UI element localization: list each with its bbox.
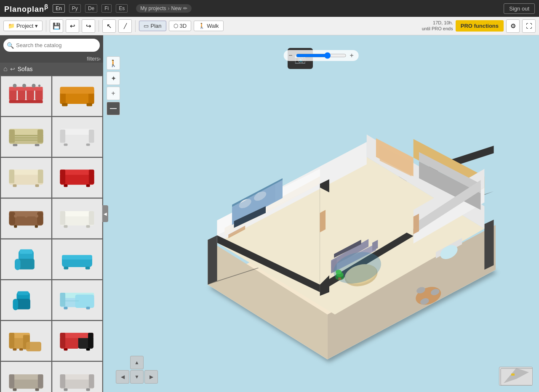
svg-rect-140 xyxy=(338,278,341,280)
svg-rect-55 xyxy=(89,211,94,225)
catalog-item-4[interactable] xyxy=(52,117,103,157)
nav-down-btn[interactable]: ▼ xyxy=(130,370,144,384)
walk-view-btn[interactable]: 🚶 Walk xyxy=(194,21,223,31)
catalog-item-12[interactable] xyxy=(52,280,103,320)
search-input[interactable] xyxy=(3,39,100,52)
minus-icon: — xyxy=(110,105,117,112)
catalog-item-1[interactable] xyxy=(1,76,51,116)
person-view-btn[interactable]: 🚶 xyxy=(107,56,120,70)
svg-rect-56 xyxy=(64,225,68,228)
svg-rect-87 xyxy=(60,333,66,348)
lang-fi-btn[interactable]: Fi xyxy=(101,4,112,13)
save-icon: 💾 xyxy=(53,22,61,30)
cube-icon: ⬡ xyxy=(173,23,178,29)
svg-point-7 xyxy=(22,84,26,87)
new-project-btn[interactable]: New ✏ xyxy=(171,5,187,11)
back-icon: ↩ xyxy=(10,66,15,72)
zoom-slider[interactable] xyxy=(296,52,347,59)
svg-rect-74 xyxy=(64,307,68,309)
catalog-item-7[interactable] xyxy=(1,199,51,238)
svg-rect-13 xyxy=(60,87,94,93)
svg-rect-24 xyxy=(35,144,39,146)
save-btn[interactable]: 💾 xyxy=(50,19,63,33)
sidebar: 🔍 filters› ⌂ ↩ Sofas xyxy=(0,35,103,392)
svg-rect-54 xyxy=(60,211,66,225)
svg-rect-68 xyxy=(13,299,18,310)
back-btn[interactable]: ↩ xyxy=(10,66,15,72)
catalog-item-6[interactable] xyxy=(52,158,103,198)
dropdown-icon: ▾ xyxy=(35,23,38,29)
project-menu-btn[interactable]: 📁 Project ▾ xyxy=(3,21,43,31)
catalog-item-13[interactable] xyxy=(1,321,51,361)
compass-icon: ✦ xyxy=(111,74,116,82)
svg-point-9 xyxy=(38,85,40,87)
project-label: Project xyxy=(16,23,33,29)
cursor-icon: ↖ xyxy=(107,22,112,30)
walk-icon: 🚶 xyxy=(198,23,205,29)
lang-ru-btn[interactable]: Ру xyxy=(69,4,81,13)
svg-rect-96 xyxy=(35,388,39,391)
lang-es-btn[interactable]: Es xyxy=(116,4,128,13)
catalog-item-9[interactable] xyxy=(1,239,51,279)
separator-2 xyxy=(99,20,99,32)
ruler-btn[interactable]: ╱ xyxy=(118,19,132,33)
svg-rect-65 xyxy=(85,267,90,269)
plan-icon: ▭ xyxy=(144,23,149,29)
lang-de-btn[interactable]: De xyxy=(85,4,97,13)
catalog-item-11[interactable] xyxy=(1,280,51,320)
plan-view-btn[interactable]: ▭ Plan xyxy=(139,21,166,31)
nav-arrows: ▲ ◀ ▼ ▶ xyxy=(116,356,158,384)
undo-btn[interactable]: ↩ xyxy=(66,19,79,33)
walk-label: Walk xyxy=(207,23,219,29)
signout-button[interactable]: Sign out xyxy=(504,3,535,14)
compass-btn[interactable]: ✦ xyxy=(107,72,120,85)
nav-left-btn[interactable]: ◀ xyxy=(116,370,129,384)
catalog-item-16[interactable] xyxy=(52,362,103,392)
catalog-item-10[interactable] xyxy=(52,239,103,279)
svg-rect-36 xyxy=(35,184,39,187)
nav-up-btn[interactable]: ▲ xyxy=(130,356,144,369)
zoom-minus-icon[interactable]: − xyxy=(288,52,292,59)
3d-view-btn[interactable]: ⬡ 3D xyxy=(169,21,192,31)
home-btn[interactable]: ⌂ xyxy=(3,65,8,73)
svg-rect-4 xyxy=(9,100,43,103)
main-content: 🔍 filters› ⌂ ↩ Sofas xyxy=(0,35,539,392)
catalog-item-15[interactable] xyxy=(1,362,51,392)
nav-right-btn[interactable]: ▶ xyxy=(144,370,158,384)
catalog-item-3[interactable] xyxy=(1,117,51,157)
catalog-item-8[interactable] xyxy=(52,199,103,238)
svg-rect-42 xyxy=(86,184,90,187)
zoom-plus-icon[interactable]: + xyxy=(350,52,354,59)
sidebar-collapse-handle[interactable]: ◀ xyxy=(102,205,108,222)
plus-icon: + xyxy=(111,90,115,97)
svg-point-8 xyxy=(32,84,35,87)
catalog-item-5[interactable] xyxy=(1,158,51,198)
top-bar: Planoplanβ En Ру De Fi Es My projects › … xyxy=(0,0,539,17)
home-icon: ⌂ xyxy=(3,65,8,72)
svg-rect-41 xyxy=(64,184,68,187)
catalog-item-14[interactable] xyxy=(52,321,103,361)
catalog-item-2[interactable] xyxy=(52,76,103,116)
redo-btn[interactable]: ↪ xyxy=(82,19,95,33)
filters-btn[interactable]: filters› xyxy=(87,56,101,62)
ruler-icon: ╱ xyxy=(124,23,127,29)
pro-timer: 17D, 10h. until PRO ends xyxy=(422,20,453,31)
svg-rect-23 xyxy=(13,144,17,146)
svg-rect-69 xyxy=(17,291,29,295)
lang-en-btn[interactable]: En xyxy=(53,4,65,13)
fullscreen-btn[interactable]: ⛶ xyxy=(522,19,536,33)
svg-point-51 xyxy=(35,215,38,217)
svg-rect-101 xyxy=(64,388,68,391)
svg-rect-99 xyxy=(60,374,66,388)
pro-functions-btn[interactable]: PRO functions xyxy=(456,20,504,32)
settings-btn[interactable]: ⚙ xyxy=(506,19,520,33)
zoom-out-btn[interactable]: — xyxy=(107,102,120,115)
svg-rect-40 xyxy=(89,170,94,184)
3d-label: 3D xyxy=(180,23,187,29)
my-projects-nav[interactable]: My projects › New ✏ xyxy=(136,4,191,13)
select-btn[interactable]: ↖ xyxy=(102,19,116,33)
toolbar: 📁 Project ▾ 💾 ↩ ↪ ↖ ╱ ▭ Plan ⬡ 3D 🚶 Walk… xyxy=(0,17,539,35)
zoom-in-btn[interactable]: + xyxy=(107,87,120,100)
new-label: New xyxy=(171,5,181,11)
svg-rect-29 xyxy=(64,143,68,146)
